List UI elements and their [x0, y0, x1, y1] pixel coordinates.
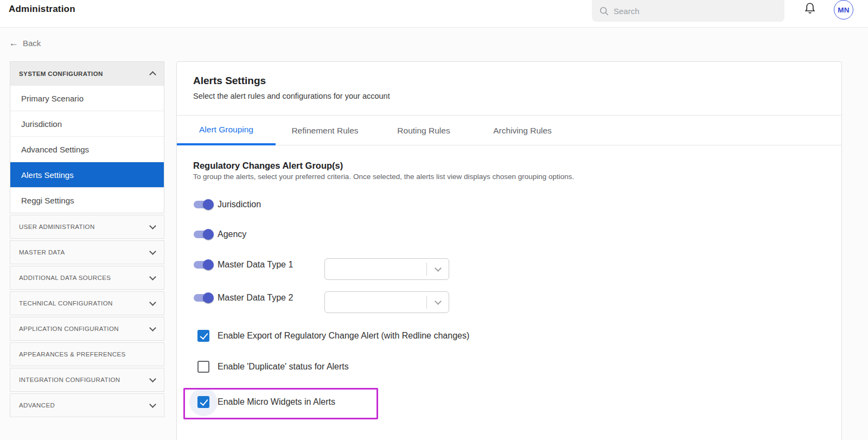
toggle-label: Agency [218, 229, 246, 239]
toggle-row-jurisdiction: Jurisdiction [177, 194, 774, 215]
sidebar-section-technical-configuration[interactable]: TECHNICAL CONFIGURATION [10, 291, 164, 315]
notification-bell-icon[interactable] [803, 2, 816, 17]
panel-header: Alerts Settings Select the alert rules a… [177, 62, 841, 116]
tab-refinement-rules[interactable]: Refinement Rules [276, 116, 374, 145]
checkbox-row-export-regulatory-change: Enable Export of Regulatory Change Alert… [177, 325, 774, 347]
chevron-down-icon [435, 298, 442, 305]
toggle-knob [203, 229, 214, 240]
sidebar-section-system-configuration[interactable]: SYSTEM CONFIGURATION [10, 62, 164, 85]
sidebar-section-label: APPEARANCES & PREFERENCES [19, 351, 126, 358]
sidebar-item-jurisdiction[interactable]: Jurisdiction [10, 111, 164, 136]
sidebar: SYSTEM CONFIGURATION Primary Scenario Ju… [10, 61, 164, 417]
sidebar-section-label: TECHNICAL CONFIGURATION [19, 300, 113, 307]
sidebar-section-application-configuration[interactable]: APPLICATION CONFIGURATION [10, 317, 164, 341]
search-icon [599, 7, 609, 16]
sidebar-section-label: ADDITIONAL DATA SOURCES [19, 275, 111, 281]
checkbox-row-micro-widgets: Enable Micro Widgets in Alerts [177, 391, 774, 413]
back-arrow-icon: ← [9, 38, 18, 48]
sidebar-section-integration-configuration[interactable]: INTEGRATION CONFIGURATION [10, 368, 164, 392]
toggle-knob [203, 292, 214, 303]
chevron-down-icon [149, 324, 156, 331]
sidebar-item-reggi-settings[interactable]: Reggi Settings [10, 187, 164, 213]
chevron-down-icon [149, 375, 156, 382]
dropdown-open-button[interactable] [427, 268, 449, 271]
tab-archiving-rules[interactable]: Archiving Rules [473, 116, 572, 145]
search-placeholder: Search [614, 7, 640, 16]
section-description: To group the alerts, select your preferr… [193, 173, 574, 181]
checkbox-label: Enable Export of Regulatory Change Alert… [218, 331, 469, 341]
sidebar-section-label: SYSTEM CONFIGURATION [19, 71, 103, 77]
sidebar-group-system-configuration: SYSTEM CONFIGURATION Primary Scenario Ju… [10, 61, 164, 213]
tab-alert-grouping[interactable]: Alert Grouping [177, 116, 276, 145]
chevron-down-icon [149, 299, 156, 306]
enable-duplicate-status-checkbox[interactable] [197, 361, 209, 373]
sidebar-section-master-data[interactable]: MASTER DATA [10, 240, 164, 264]
toggle-knob [203, 259, 214, 270]
search-input[interactable]: Search [592, 0, 784, 22]
chevron-down-icon [149, 401, 156, 408]
sidebar-section-additional-data-sources[interactable]: ADDITIONAL DATA SOURCES [10, 266, 164, 290]
topbar: Administration Search MN [0, 0, 868, 28]
sidebar-section-label: ADVANCED [19, 402, 55, 409]
sidebar-section-label: APPLICATION CONFIGURATION [19, 326, 119, 332]
sidebar-item-alerts-settings[interactable]: Alerts Settings [10, 162, 164, 187]
sidebar-item-primary-scenario[interactable]: Primary Scenario [10, 85, 164, 111]
sidebar-section-advanced[interactable]: ADVANCED [10, 393, 164, 417]
toggle-label: Jurisdiction [218, 200, 261, 209]
sidebar-section-appearances-preferences[interactable]: APPEARANCES & PREFERENCES [10, 342, 164, 366]
toggle-row-agency: Agency [177, 224, 774, 245]
checkbox-label: Enable Micro Widgets in Alerts [218, 397, 335, 407]
sidebar-section-label: USER ADMINISTRATION [19, 224, 95, 230]
chevron-up-icon [149, 71, 156, 78]
toggle-row-master-data-type-1: Master Data Type 1 [177, 254, 774, 276]
toggle-label: Master Data Type 1 [218, 260, 293, 270]
master-data-type-2-toggle[interactable] [194, 294, 212, 302]
toggle-knob [203, 199, 214, 210]
sidebar-item-advanced-settings[interactable]: Advanced Settings [10, 136, 164, 162]
page-title: Administration [9, 4, 75, 15]
back-button[interactable]: ← Back [9, 38, 41, 48]
back-label: Back [23, 39, 41, 48]
tab-bar: Alert Grouping Refinement Rules Routing … [177, 116, 841, 145]
master-data-type-1-toggle[interactable] [194, 261, 212, 269]
dropdown-open-button[interactable] [427, 301, 449, 304]
section-heading: Regulatory Changes Alert Group(s) [193, 161, 343, 171]
master-data-type-1-dropdown[interactable] [324, 258, 449, 280]
sidebar-section-label: MASTER DATA [19, 249, 65, 256]
panel-subtitle: Select the alert rules and configuration… [193, 92, 841, 100]
sidebar-section-label: INTEGRATION CONFIGURATION [19, 377, 120, 383]
enable-export-regulatory-change-checkbox[interactable] [197, 330, 209, 342]
chevron-down-icon [149, 222, 156, 229]
panel-title: Alerts Settings [193, 75, 841, 87]
alerts-settings-panel: Alerts Settings Select the alert rules a… [176, 61, 842, 440]
toggle-row-master-data-type-2: Master Data Type 2 [177, 287, 774, 309]
agency-toggle[interactable] [194, 231, 212, 238]
tab-routing-rules[interactable]: Routing Rules [374, 116, 473, 145]
avatar-initials: MN [838, 6, 850, 14]
checkbox-row-duplicate-status: Enable 'Duplicate' status for Alerts [177, 356, 774, 378]
chevron-down-icon [435, 265, 442, 272]
jurisdiction-toggle[interactable] [194, 201, 212, 208]
chevron-down-icon [149, 248, 156, 255]
sidebar-section-user-administration[interactable]: USER ADMINISTRATION [10, 215, 164, 239]
master-data-type-2-dropdown[interactable] [324, 291, 449, 313]
chevron-down-icon [149, 273, 156, 280]
checkbox-label: Enable 'Duplicate' status for Alerts [218, 362, 349, 372]
enable-micro-widgets-checkbox[interactable] [197, 396, 209, 408]
toggle-label: Master Data Type 2 [218, 293, 293, 303]
avatar[interactable]: MN [834, 0, 853, 20]
